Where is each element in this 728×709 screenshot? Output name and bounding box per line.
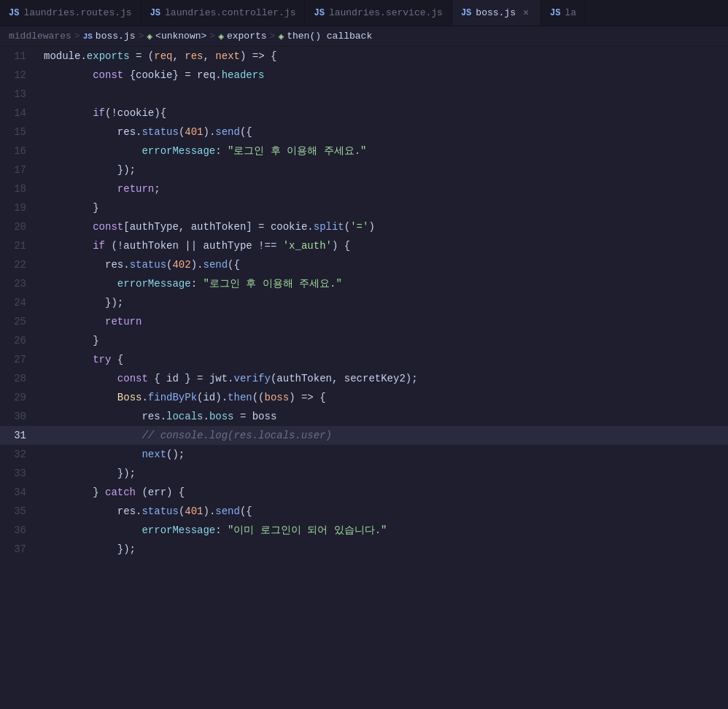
line-number: 34 <box>0 483 38 502</box>
tab-label: laundries.controller.js <box>165 7 295 18</box>
table-row: 26 } <box>0 331 728 350</box>
table-row: 28 const { id } = jwt.verify(authToken, … <box>0 369 728 388</box>
breadcrumb-exports: exports <box>227 31 267 42</box>
line-number: 13 <box>0 85 38 104</box>
code-line: module.exports = (req, res, next) => { <box>38 47 276 66</box>
code-line: res.status(401).send({ <box>38 123 252 142</box>
code-editor: 11 module.exports = (req, res, next) => … <box>0 47 728 709</box>
table-row: 33 }); <box>0 464 728 483</box>
code-line: errorMessage: "이미 로그인이 되어 있습니다." <box>38 521 387 540</box>
breadcrumb-then-callback: then() callback <box>287 31 372 42</box>
table-row: 34 } catch (err) { <box>0 483 728 502</box>
tab-laundries-routes[interactable]: JS laundries.routes.js <box>0 0 142 26</box>
breadcrumb-middlewares: middlewares <box>9 31 71 42</box>
code-line: // console.log(res.locals.user) <box>38 426 332 445</box>
breadcrumb-cube-icon-3: ◈ <box>278 31 284 42</box>
code-line: Boss.findByPk(id).then((boss) => { <box>38 388 326 407</box>
tab-label: boss.js <box>476 7 516 18</box>
code-line: return <box>38 312 142 331</box>
table-row: 11 module.exports = (req, res, next) => … <box>0 47 728 66</box>
table-row: 25 return <box>0 312 728 331</box>
line-number: 31 <box>0 426 38 445</box>
line-number: 28 <box>0 369 38 388</box>
tab-la[interactable]: JS la <box>541 0 586 26</box>
line-number: 36 <box>0 521 38 540</box>
table-row: 13 <box>0 85 728 104</box>
code-line: const[authType, authToken] = cookie.spli… <box>38 217 375 236</box>
code-line: try { <box>38 350 123 369</box>
line-number: 20 <box>0 217 38 236</box>
line-number: 35 <box>0 502 38 521</box>
js-icon: JS <box>550 8 560 18</box>
code-line: res.status(402).send({ <box>38 255 240 274</box>
line-number: 14 <box>0 104 38 123</box>
line-number: 11 <box>0 47 38 66</box>
table-row: 22 res.status(402).send({ <box>0 255 728 274</box>
breadcrumb-filename: boss.js <box>96 31 136 42</box>
js-icon: JS <box>150 8 160 18</box>
code-line: next(); <box>38 445 185 464</box>
tab-laundries-service[interactable]: JS laundries.service.js <box>305 0 452 26</box>
code-line: } <box>38 331 99 350</box>
code-line: res.locals.boss = boss <box>38 407 276 426</box>
table-row: 21 if (!authToken || authType !== 'x_aut… <box>0 236 728 255</box>
code-line <box>38 85 44 104</box>
table-row: 31 // console.log(res.locals.user) <box>0 426 728 445</box>
table-row: 18 return; <box>0 179 728 198</box>
code-line: return; <box>38 179 160 198</box>
code-line: }); <box>38 540 136 559</box>
tab-bar: JS laundries.routes.js JS laundries.cont… <box>0 0 728 26</box>
line-number: 21 <box>0 236 38 255</box>
code-line: errorMessage: "로그인 후 이용해 주세요." <box>38 274 342 293</box>
line-number: 33 <box>0 464 38 483</box>
code-line: const { id } = jwt.verify(authToken, sec… <box>38 369 418 388</box>
table-row: 32 next(); <box>0 445 728 464</box>
tab-close-button[interactable]: × <box>520 7 532 19</box>
line-number: 30 <box>0 407 38 426</box>
line-number: 22 <box>0 255 38 274</box>
line-number: 32 <box>0 445 38 464</box>
line-number: 24 <box>0 293 38 312</box>
code-line: } catch (err) { <box>38 483 185 502</box>
line-number: 37 <box>0 540 38 559</box>
code-line: const {cookie} = req.headers <box>38 66 265 85</box>
line-number: 16 <box>0 142 38 160</box>
code-line: }); <box>38 464 136 483</box>
table-row: 29 Boss.findByPk(id).then((boss) => { <box>0 388 728 407</box>
table-row: 15 res.status(401).send({ <box>0 123 728 142</box>
table-row: 16 errorMessage: "로그인 후 이용해 주세요." <box>0 142 728 160</box>
line-number: 25 <box>0 312 38 331</box>
tab-laundries-controller[interactable]: JS laundries.controller.js <box>142 0 306 26</box>
code-line: if(!cookie){ <box>38 104 166 123</box>
code-container[interactable]: 11 module.exports = (req, res, next) => … <box>0 47 728 709</box>
js-icon: JS <box>461 8 471 18</box>
tab-boss[interactable]: JS boss.js × <box>452 0 541 26</box>
code-line: }); <box>38 293 123 312</box>
table-row: 19 } <box>0 198 728 217</box>
line-number: 27 <box>0 350 38 369</box>
tab-label: la <box>565 7 576 18</box>
breadcrumb-cube-icon-1: ◈ <box>147 31 152 42</box>
code-line: if (!authToken || authType !== 'x_auth')… <box>38 236 350 255</box>
table-row: 24 }); <box>0 293 728 312</box>
table-row: 23 errorMessage: "로그인 후 이용해 주세요." <box>0 274 728 293</box>
line-number: 26 <box>0 331 38 350</box>
code-line: } <box>38 198 99 217</box>
breadcrumb: middlewares > JS boss.js > ◈ <unknown> >… <box>0 26 728 47</box>
code-line: }); <box>38 160 136 179</box>
code-line: res.status(401).send({ <box>38 502 252 521</box>
line-number: 12 <box>0 66 38 85</box>
breadcrumb-unknown: <unknown> <box>155 31 206 42</box>
js-icon: JS <box>314 8 324 18</box>
table-row: 36 errorMessage: "이미 로그인이 되어 있습니다." <box>0 521 728 540</box>
tab-label: laundries.routes.js <box>23 7 131 18</box>
table-row: 35 res.status(401).send({ <box>0 502 728 521</box>
table-row: 27 try { <box>0 350 728 369</box>
table-row: 12 const {cookie} = req.headers <box>0 66 728 85</box>
table-row: 37 }); <box>0 540 728 559</box>
table-row: 17 }); <box>0 160 728 179</box>
breadcrumb-js-icon: JS <box>83 32 93 41</box>
line-number: 18 <box>0 179 38 198</box>
line-number: 17 <box>0 160 38 179</box>
line-number: 15 <box>0 123 38 142</box>
